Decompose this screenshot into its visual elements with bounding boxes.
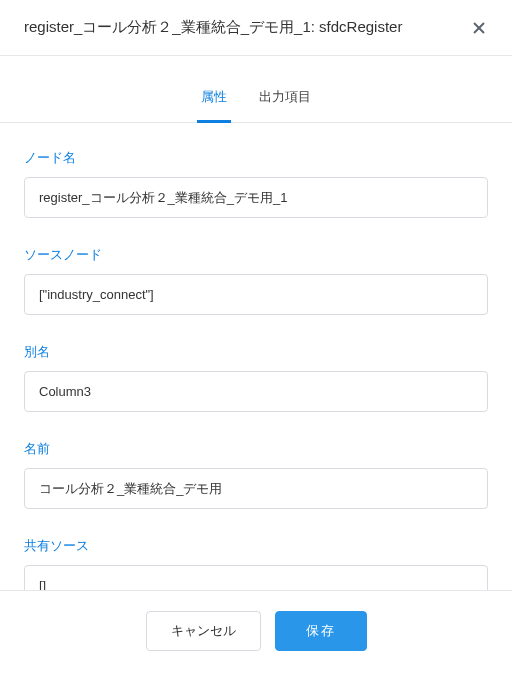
node-name-input[interactable] [24, 177, 488, 218]
modal-header: register_コール分析２_業種統合_デモ用_1: sfdcRegister [0, 0, 512, 56]
modal-title: register_コール分析２_業種統合_デモ用_1: sfdcRegister [24, 18, 402, 37]
close-icon[interactable] [470, 19, 488, 37]
modal-content: ノード名 ソースノード 別名 名前 共有ソース セキュリティ述語 [0, 123, 512, 590]
source-node-input[interactable] [24, 274, 488, 315]
shared-source-label: 共有ソース [24, 537, 488, 555]
save-button[interactable]: 保存 [275, 611, 367, 651]
tab-bar: 属性 出力項目 [0, 56, 512, 123]
node-name-label: ノード名 [24, 149, 488, 167]
node-editor-modal: register_コール分析２_業種統合_デモ用_1: sfdcRegister… [0, 0, 512, 673]
tab-attributes[interactable]: 属性 [197, 78, 231, 123]
cancel-button[interactable]: キャンセル [146, 611, 261, 651]
source-node-label: ソースノード [24, 246, 488, 264]
name-label: 名前 [24, 440, 488, 458]
shared-source-input[interactable] [24, 565, 488, 590]
alias-input[interactable] [24, 371, 488, 412]
tab-output-fields[interactable]: 出力項目 [255, 78, 315, 122]
alias-label: 別名 [24, 343, 488, 361]
modal-footer: キャンセル 保存 [0, 590, 512, 673]
name-input[interactable] [24, 468, 488, 509]
